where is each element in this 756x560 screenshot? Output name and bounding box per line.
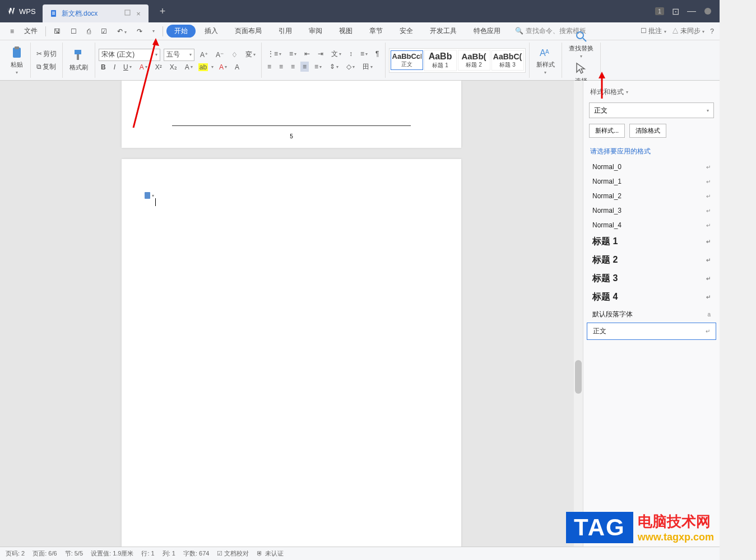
menu-comments[interactable]: ☐ 批注 ▾ [641, 26, 666, 36]
status-auth[interactable]: ⛨ 未认证 [257, 549, 283, 558]
style-list-item[interactable]: 正文↵ [587, 323, 716, 340]
char-shading-icon[interactable]: A [233, 62, 242, 72]
line-spacing-icon[interactable]: ⇕▾ [327, 62, 341, 72]
vertical-scrollbar[interactable] [574, 81, 583, 547]
style-item-h1[interactable]: AaBb标题 1 [424, 50, 457, 71]
copy-button[interactable]: ⧉ 复制 [34, 61, 59, 73]
style-list-item[interactable]: 标题 3↵ [587, 269, 716, 288]
underline-icon[interactable]: U▾ [121, 62, 134, 72]
style-list-item[interactable]: Normal_3↵ [587, 203, 716, 218]
tab-review[interactable]: 审阅 [301, 25, 330, 38]
tab-view[interactable]: 视图 [331, 25, 360, 38]
page-marker-icon[interactable]: ▾ [144, 192, 154, 199]
qat-redo-icon[interactable]: ↷ [132, 25, 147, 38]
style-list-item[interactable]: 默认段落字体a [587, 306, 716, 323]
bullets-icon[interactable]: ⋮≡▾ [265, 49, 284, 59]
status-page-num[interactable]: 页码: 2 [6, 549, 25, 558]
status-page-count[interactable]: 页面: 6/6 [33, 549, 57, 558]
qat-undo-icon[interactable]: ↶ ▾ [113, 25, 131, 38]
numbering-icon[interactable]: ≡▾ [287, 49, 299, 59]
pin-icon[interactable]: ⊡ [672, 6, 679, 17]
style-list-item[interactable]: 标题 4↵ [587, 288, 716, 306]
paste-button[interactable]: 粘贴▾ [7, 45, 27, 76]
tab-devtools[interactable]: 开发工具 [422, 25, 465, 38]
qat-print-icon[interactable]: ☐ [66, 25, 81, 38]
indent-inc-icon[interactable]: ⇥ [316, 49, 326, 59]
page-current[interactable]: ▾ [122, 159, 461, 547]
qat-save-icon[interactable]: 🖫 [49, 25, 65, 38]
menu-help-icon[interactable]: ? [710, 27, 714, 35]
phonetic-icon[interactable]: 変▾ [243, 49, 258, 60]
superscript-icon[interactable]: X² [153, 62, 164, 72]
status-line[interactable]: 行: 1 [141, 549, 154, 558]
style-item-normal[interactable]: AaBbCcDd正文 [391, 50, 423, 70]
tab-insert[interactable]: 插入 [197, 25, 226, 38]
status-words[interactable]: 字数: 674 [183, 549, 209, 558]
text-effects-icon[interactable]: A▾ [183, 62, 195, 72]
text-dir-icon[interactable]: 文▾ [329, 48, 344, 60]
strike-icon[interactable]: A▾ [137, 62, 150, 72]
style-item-h3[interactable]: AaBbC(标题 3 [491, 50, 524, 71]
new-tab-button[interactable]: + [154, 6, 171, 17]
font-name-input[interactable]: 宋体 (正文)▾ [99, 49, 160, 61]
format-painter-button[interactable]: 格式刷 [66, 48, 91, 73]
status-section[interactable]: 节: 5/5 [65, 549, 83, 558]
menu-file[interactable]: 文件 [20, 24, 42, 38]
clear-format-icon[interactable]: ♢ [229, 50, 240, 60]
decrease-font-icon[interactable]: A⁻ [214, 50, 226, 60]
new-style-button[interactable]: AA 新样式▾ [533, 45, 558, 76]
highlight-icon[interactable]: ab [198, 63, 208, 71]
qat-print2-icon[interactable]: ⎙ [82, 25, 95, 38]
tab-home[interactable]: 开始 [166, 25, 196, 38]
show-marks-icon[interactable]: ¶ [373, 49, 381, 59]
find-replace-button[interactable]: 查找替换▾ [565, 29, 597, 60]
status-col[interactable]: 列: 1 [163, 549, 175, 558]
indent-dec-icon[interactable]: ⇤ [302, 49, 312, 59]
style-item-h2[interactable]: AaBb(标题 2 [458, 50, 490, 71]
italic-icon[interactable]: I [112, 62, 118, 72]
minimize-icon[interactable]: — [687, 6, 696, 16]
document-tab[interactable]: 新文档.docx × [43, 4, 149, 22]
status-setting[interactable]: 设置值: 1.9厘米 [91, 549, 133, 558]
style-list-item[interactable]: Normal_0↵ [587, 160, 716, 174]
document-area[interactable]: 5 ▾ [0, 81, 583, 547]
cut-button[interactable]: ✂ 剪切 [34, 48, 59, 60]
align-left-icon[interactable]: ≡ [265, 62, 273, 72]
tab-section[interactable]: 章节 [361, 25, 391, 38]
align-center-icon[interactable]: ≡ [277, 62, 285, 72]
bold-icon[interactable]: B [99, 62, 108, 72]
window-count-badge[interactable]: 1 [655, 7, 664, 15]
shading-icon[interactable]: ◇▾ [344, 62, 357, 72]
menu-hamburger-icon[interactable]: ≡ [6, 25, 18, 38]
style-list-item[interactable]: 标题 1↵ [587, 232, 716, 251]
borders-icon[interactable]: 田▾ [360, 61, 375, 73]
panel-clear-format-button[interactable]: 清除格式 [629, 124, 666, 138]
align-right-icon[interactable]: ≡ [289, 62, 297, 72]
tab-close-icon[interactable]: × [136, 10, 141, 18]
font-size-input[interactable]: 五号▾ [164, 49, 194, 61]
style-list-item[interactable]: Normal_4↵ [587, 218, 716, 232]
font-color-icon[interactable]: A▾ [217, 62, 229, 72]
panel-new-style-button[interactable]: 新样式... [589, 124, 625, 138]
qat-more-icon[interactable]: ▾ [148, 26, 159, 36]
style-list-item[interactable]: Normal_1↵ [587, 174, 716, 189]
subscript-icon[interactable]: X₂ [168, 62, 179, 72]
tab-security[interactable]: 安全 [392, 25, 421, 38]
style-list-item[interactable]: 标题 2↵ [587, 251, 716, 269]
status-proof[interactable]: ☑ 文档校对 [217, 549, 249, 558]
menu-sync[interactable]: △ 未同步 ▾ [672, 26, 705, 36]
align-justify-icon[interactable]: ≡ [300, 62, 309, 72]
user-icon[interactable] [704, 7, 712, 15]
qat-preview-icon[interactable]: ☑ [96, 25, 112, 38]
tab-special[interactable]: 特色应用 [466, 25, 508, 38]
current-style-dropdown[interactable]: 正文▾ [589, 102, 714, 118]
distributed-icon[interactable]: ≡▾ [312, 62, 324, 72]
style-gallery[interactable]: AaBbCcDd正文 AaBb标题 1 AaBb(标题 2 AaBbC(标题 3 [389, 48, 526, 73]
sort-icon[interactable]: ↕ [347, 49, 355, 59]
scrollbar-thumb[interactable] [575, 360, 582, 394]
tab-pagelayout[interactable]: 页面布局 [227, 25, 270, 38]
tab-references[interactable]: 引用 [271, 25, 300, 38]
linespacing-icon[interactable]: ≡▾ [358, 49, 370, 59]
tab-sync-icon[interactable] [124, 10, 131, 16]
increase-font-icon[interactable]: A⁺ [198, 50, 210, 60]
